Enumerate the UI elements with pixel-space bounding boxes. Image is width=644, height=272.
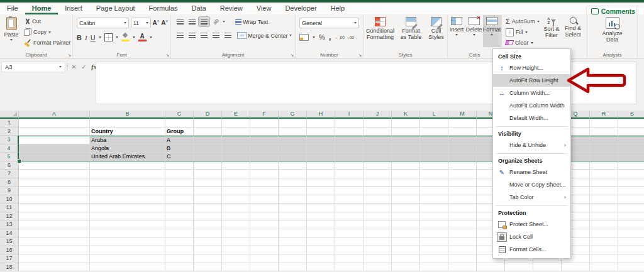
cell-B12[interactable] (90, 212, 165, 221)
menu-item-autofit-row-height[interactable]: AutoFit Row Height (493, 74, 570, 87)
cell-G6[interactable] (279, 161, 307, 170)
cell-E12[interactable] (222, 212, 250, 221)
shrink-font-button[interactable]: A˅ (161, 19, 168, 26)
grow-font-button[interactable]: A˄ (153, 19, 160, 26)
cell-B3[interactable]: Aruba (90, 136, 165, 144)
menu-item-row-height[interactable]: ↕Row Height... (493, 62, 570, 74)
cell-M6[interactable] (448, 161, 477, 170)
cell-B7[interactable] (90, 170, 165, 178)
cell-I4[interactable] (335, 144, 364, 153)
format-as-table-button[interactable]: Format as Table (398, 15, 425, 47)
row-header-3[interactable]: 3 (0, 136, 19, 144)
cell-M2[interactable] (448, 128, 477, 136)
comma-style-button[interactable]: , (329, 35, 331, 40)
row-header-12[interactable]: 12 (0, 212, 19, 221)
cell-K17[interactable] (392, 254, 420, 263)
column-header-I[interactable]: I (335, 111, 364, 119)
cell-K15[interactable] (392, 237, 420, 246)
cell-E8[interactable] (222, 178, 250, 187)
align-bottom-button[interactable] (199, 17, 209, 26)
cell-R16[interactable] (590, 246, 618, 255)
cell-styles-button[interactable]: Cell Styles (426, 15, 447, 47)
tab-developer[interactable]: Developer (278, 3, 323, 14)
accounting-format-button[interactable] (299, 34, 309, 41)
merge-center-button[interactable]: Merge & Center (248, 33, 288, 39)
row-header-6[interactable]: 6 (0, 161, 19, 170)
row-header-2[interactable]: 2 (0, 128, 19, 136)
cell-I15[interactable] (335, 237, 364, 246)
cell-D6[interactable] (194, 161, 222, 170)
cell-E18[interactable] (222, 263, 250, 272)
cell-C7[interactable] (165, 170, 194, 178)
cell-F7[interactable] (250, 170, 279, 178)
cell-S17[interactable] (618, 254, 644, 263)
cell-J5[interactable] (364, 153, 392, 161)
cell-B18[interactable] (90, 263, 165, 272)
menu-item-move-or-copy-sheet[interactable]: Move or Copy Sheet... (493, 178, 570, 191)
column-header-E[interactable]: E (222, 111, 250, 119)
cell-R4[interactable] (590, 144, 618, 153)
percent-style-button[interactable]: % (319, 33, 325, 41)
cell-I14[interactable] (335, 229, 364, 238)
row-header-1[interactable]: 1 (0, 119, 19, 128)
cell-H4[interactable] (307, 144, 335, 153)
cell-J12[interactable] (364, 212, 392, 221)
cell-R18[interactable] (590, 263, 618, 272)
column-header-D[interactable]: D (194, 111, 222, 119)
cell-I8[interactable] (335, 178, 364, 187)
cell-E6[interactable] (222, 161, 250, 170)
cell-K11[interactable] (392, 204, 420, 212)
bold-button[interactable]: B (77, 34, 82, 41)
cell-M1[interactable] (448, 119, 477, 128)
cell-R9[interactable] (590, 187, 618, 195)
cell-S14[interactable] (618, 229, 644, 238)
cell-I2[interactable] (335, 128, 364, 136)
cell-H16[interactable] (307, 246, 335, 255)
cell-S3[interactable] (618, 136, 644, 144)
cell-G10[interactable] (279, 195, 307, 204)
cell-D5[interactable] (194, 153, 222, 161)
row-header-9[interactable]: 9 (0, 187, 19, 195)
menu-item-tab-color[interactable]: Tab Color› (493, 191, 570, 204)
cell-D11[interactable] (194, 204, 222, 212)
cell-E10[interactable] (222, 195, 250, 204)
delete-cells-button[interactable]: Delete (465, 15, 482, 47)
cell-A5[interactable] (19, 153, 90, 161)
cell-R1[interactable] (590, 119, 618, 128)
cell-L2[interactable] (420, 128, 448, 136)
cell-I3[interactable] (335, 136, 364, 144)
cell-I6[interactable] (335, 161, 364, 170)
cell-J6[interactable] (364, 161, 392, 170)
cell-K3[interactable] (392, 136, 420, 144)
cell-H15[interactable] (307, 237, 335, 246)
cell-A12[interactable] (19, 212, 90, 221)
menu-item-lock-cell[interactable]: Lock Cell (493, 231, 570, 243)
cell-R14[interactable] (590, 229, 618, 238)
cell-G7[interactable] (279, 170, 307, 178)
cell-K13[interactable] (392, 220, 420, 229)
cell-R5[interactable] (590, 153, 618, 161)
cell-K2[interactable] (392, 128, 420, 136)
fill-color-button[interactable] (121, 33, 130, 41)
menu-item-format-cells[interactable]: Format Cells... (493, 243, 570, 256)
paste-button[interactable]: Paste (0, 15, 23, 47)
cell-G3[interactable] (279, 136, 307, 144)
cell-R8[interactable] (590, 178, 618, 187)
cell-E5[interactable] (222, 153, 250, 161)
cell-G9[interactable] (279, 187, 307, 195)
row-header-16[interactable]: 16 (0, 246, 19, 255)
tab-page-layout[interactable]: Page Layout (89, 3, 142, 14)
cell-G16[interactable] (279, 246, 307, 255)
row-header-18[interactable]: 18 (0, 263, 19, 272)
column-header-L[interactable]: L (420, 111, 448, 119)
column-header-B[interactable]: B (90, 111, 165, 119)
cell-H5[interactable] (307, 153, 335, 161)
cell-F11[interactable] (250, 204, 279, 212)
cell-S8[interactable] (618, 178, 644, 187)
cell-M14[interactable] (448, 229, 477, 238)
column-header-M[interactable]: M (448, 111, 477, 119)
cell-A6[interactable] (19, 161, 90, 170)
cell-C1[interactable] (165, 119, 194, 128)
column-header-C[interactable]: C (165, 111, 194, 119)
cell-H6[interactable] (307, 161, 335, 170)
